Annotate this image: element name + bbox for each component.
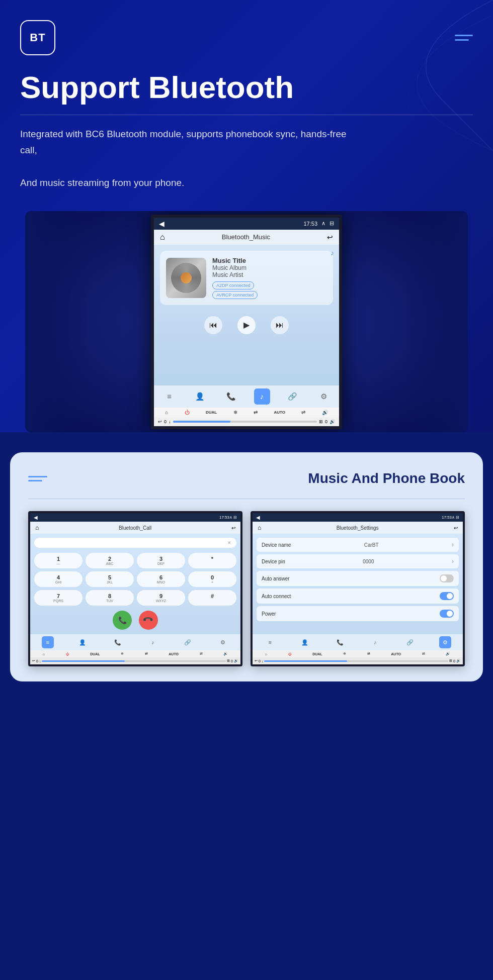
dial-key-6[interactable]: 6MNO bbox=[137, 571, 185, 587]
settings-sys-vol[interactable]: 🔊 bbox=[446, 652, 450, 656]
music-info: Music Title Music Album Music Artist A2D… bbox=[212, 257, 327, 299]
call-progress[interactable] bbox=[42, 660, 226, 662]
call-bar-zero2: 0 bbox=[231, 659, 233, 663]
settings-bar-vol[interactable]: 🔊 bbox=[456, 659, 461, 663]
dial-key-2[interactable]: 2ABC bbox=[86, 553, 134, 568]
device-pin-chevron[interactable]: › bbox=[452, 558, 454, 565]
call-sys-loop[interactable]: ⇄ bbox=[145, 652, 148, 656]
main-screen-mockup: ◀ 17:53 ∧ ⊟ ⌂ Bluetooth_Music ↩ ♪ bbox=[151, 215, 342, 429]
settings-nav-link[interactable]: 🔗 bbox=[404, 636, 416, 648]
call-bar-vol[interactable]: 🔊 bbox=[234, 659, 238, 663]
call-bottom-nav: ≡ 👤 📞 ♪ 🔗 ⚙ bbox=[30, 634, 240, 650]
bt-logo: BT bbox=[20, 20, 55, 55]
settings-nav-back[interactable]: ↩ bbox=[454, 525, 458, 531]
next-button[interactable]: ⏭ bbox=[271, 316, 289, 334]
settings-sys-power[interactable]: ⏻ bbox=[288, 652, 292, 656]
dial-key-1[interactable]: 1— bbox=[34, 553, 83, 568]
call-nav-menu[interactable]: ≡ bbox=[42, 636, 54, 648]
call-nav-music[interactable]: ♪ bbox=[147, 636, 159, 648]
music-note-icon[interactable]: ♪ bbox=[331, 249, 334, 257]
nav-icon-link[interactable]: 🔗 bbox=[285, 388, 301, 405]
settings-home-icon[interactable]: ⌂ bbox=[258, 524, 261, 531]
screen-statusbar: ◀ 17:53 ∧ ⊟ bbox=[154, 218, 339, 230]
nav-icon-contacts[interactable]: 👤 bbox=[192, 388, 208, 405]
settings-nav-music[interactable]: ♪ bbox=[369, 636, 381, 648]
hamburger-line-2 bbox=[455, 39, 469, 41]
bottom-track-icon[interactable]: ↓ bbox=[169, 419, 171, 424]
call-nav-link[interactable]: 🔗 bbox=[182, 636, 194, 648]
dial-key-7[interactable]: 7PQRS bbox=[34, 590, 83, 606]
hero-description: Integrated with BC6 Bluetooth module, su… bbox=[20, 126, 362, 191]
settings-sys-snowflake[interactable]: ❄ bbox=[343, 652, 346, 656]
settings-sys-fan[interactable]: ⇌ bbox=[422, 652, 425, 656]
prev-button[interactable]: ⏮ bbox=[204, 316, 222, 334]
play-button[interactable]: ▶ bbox=[237, 316, 256, 334]
dial-key-hash[interactable]: # bbox=[188, 590, 236, 606]
progress-fill bbox=[173, 421, 231, 423]
dial-key-8[interactable]: 8TUV bbox=[86, 590, 134, 606]
sys-snowflake-icon[interactable]: ❄ bbox=[233, 410, 237, 415]
settings-bar-back[interactable]: ↩ bbox=[255, 659, 258, 663]
call-home-icon[interactable]: ⌂ bbox=[35, 524, 39, 531]
call-nav-contacts[interactable]: 👤 bbox=[76, 636, 89, 648]
call-system-bar: ⌂ ⏻ DUAL ❄ ⇄ AUTO ⇌ 🔊 bbox=[30, 650, 240, 657]
call-nav-phone[interactable]: 📞 bbox=[112, 636, 124, 648]
nav-icon-music[interactable]: ♪ bbox=[254, 388, 270, 405]
sys-home-icon[interactable]: ⌂ bbox=[165, 410, 168, 415]
settings-nav-contacts[interactable]: 👤 bbox=[299, 636, 311, 648]
section-menu-icon[interactable] bbox=[28, 476, 47, 481]
nav-back-icon[interactable]: ↩ bbox=[327, 233, 333, 241]
sys-power-icon[interactable]: ⏻ bbox=[185, 410, 190, 415]
screen-bottom-nav: ≡ 👤 📞 ♪ 🔗 ⚙ bbox=[154, 385, 339, 408]
bottom-volume-icon[interactable]: 🔊 bbox=[330, 419, 335, 424]
call-sys-snowflake[interactable]: ❄ bbox=[121, 652, 124, 656]
dial-key-9[interactable]: 9WXYZ bbox=[137, 590, 185, 606]
call-sys-fan[interactable]: ⇌ bbox=[200, 652, 203, 656]
dial-key-4[interactable]: 4GHI bbox=[34, 571, 83, 587]
call-sys-auto: AUTO bbox=[169, 652, 179, 656]
dial-key-5[interactable]: 5JKL bbox=[86, 571, 134, 587]
call-sys-vol[interactable]: 🔊 bbox=[223, 652, 228, 656]
settings-bar-track[interactable]: ↓ bbox=[262, 659, 264, 663]
call-nav-settings[interactable]: ⚙ bbox=[217, 636, 229, 648]
settings-nav-phone[interactable]: 📞 bbox=[334, 636, 346, 648]
call-button[interactable]: 📞 bbox=[113, 611, 132, 630]
nav-icon-settings[interactable]: ⚙ bbox=[315, 388, 332, 405]
back-arrow-icon[interactable]: ◀ bbox=[159, 220, 165, 228]
call-nav-back[interactable]: ↩ bbox=[231, 525, 235, 531]
nav-icon-menu[interactable]: ≡ bbox=[161, 388, 178, 405]
hangup-button[interactable]: 📞 bbox=[135, 607, 162, 634]
sys-fan-icon[interactable]: ⇌ bbox=[301, 410, 305, 415]
settings-sys-home[interactable]: ⌂ bbox=[265, 652, 267, 656]
call-back-icon[interactable]: ◀ bbox=[34, 515, 38, 520]
call-sys-power[interactable]: ⏻ bbox=[66, 652, 69, 656]
bottom-back-icon[interactable]: ↩ bbox=[158, 419, 162, 424]
nav-icon-phone[interactable]: 📞 bbox=[223, 388, 239, 405]
settings-nav-menu[interactable]: ≡ bbox=[264, 636, 276, 648]
player-controls: ⏮ ▶ ⏭ bbox=[160, 311, 333, 338]
progress-bar[interactable] bbox=[173, 421, 317, 423]
sys-loop-icon[interactable]: ⇄ bbox=[254, 410, 258, 415]
home-icon[interactable]: ⌂ bbox=[160, 233, 165, 242]
dial-key-0[interactable]: 0+ bbox=[188, 571, 236, 587]
menu-button[interactable] bbox=[455, 35, 473, 41]
call-search-bar[interactable]: ✕ bbox=[34, 538, 236, 548]
dial-key-star[interactable]: * bbox=[188, 553, 236, 568]
settings-progress[interactable] bbox=[264, 660, 448, 662]
call-sys-home[interactable]: ⌂ bbox=[43, 652, 45, 656]
call-bar-track[interactable]: ↓ bbox=[39, 659, 41, 663]
call-search-clear[interactable]: ✕ bbox=[227, 540, 231, 545]
device-name-chevron[interactable]: › bbox=[452, 541, 454, 548]
dial-key-3[interactable]: 3DEF bbox=[137, 553, 185, 568]
settings-nav-gear[interactable]: ⚙ bbox=[439, 636, 451, 648]
power-toggle[interactable] bbox=[440, 610, 454, 618]
sys-volume-up-icon[interactable]: 🔊 bbox=[322, 410, 328, 415]
avrcp-badge: AVRCP connected bbox=[212, 291, 258, 299]
auto-answer-toggle[interactable] bbox=[440, 574, 454, 582]
hero-divider bbox=[20, 115, 473, 115]
settings-sys-loop[interactable]: ⇄ bbox=[367, 652, 370, 656]
auto-connect-toggle[interactable] bbox=[440, 592, 454, 600]
section-divider bbox=[28, 499, 465, 499]
call-bar-back[interactable]: ↩ bbox=[32, 659, 35, 663]
settings-back-icon[interactable]: ◀ bbox=[256, 515, 260, 520]
